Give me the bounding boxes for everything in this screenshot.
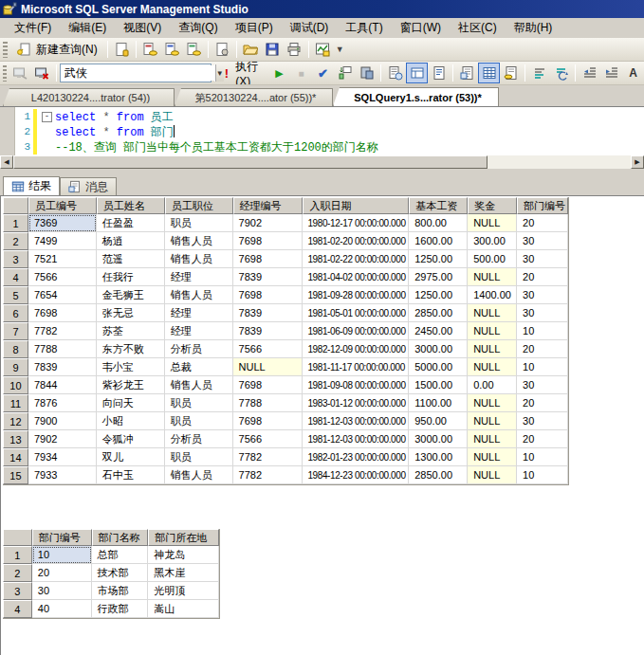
column-header[interactable]: 员工姓名 [97,197,165,214]
grid-cell[interactable]: 经理 [165,322,233,340]
row-header[interactable]: 1 [3,546,32,564]
grid-cell[interactable]: 30 [517,250,568,268]
print-icon[interactable] [284,39,305,60]
grid-cell[interactable]: 销售人员 [165,250,233,268]
grid-cell[interactable]: 1300.00 [409,448,468,466]
grid-cell[interactable]: 800.00 [409,214,468,232]
grid-cell[interactable]: 杨逍 [97,232,165,250]
grid-cell[interactable]: NULL [468,322,517,340]
grid-cell[interactable]: 7839 [233,304,304,322]
grid-cell[interactable]: 1600.00 [409,232,468,250]
menu-community[interactable]: 社区(C) [450,18,506,38]
grid-cell[interactable]: 7934 [28,448,97,466]
grid-cell[interactable]: 20 [517,340,568,358]
mdx-query-icon[interactable] [139,39,161,60]
column-header[interactable]: 部门编号 [517,197,568,214]
activity-monitor-icon[interactable] [312,39,334,60]
column-header[interactable]: 员工编号 [28,197,97,214]
row-header[interactable]: 4 [3,268,28,286]
grid-cell[interactable]: 1981-05-01 00:00:00.000 [303,304,409,322]
grid-cell[interactable]: 7788 [28,340,97,358]
grid-corner[interactable] [3,529,32,546]
parse-icon[interactable]: ✔ [312,63,334,83]
grid-cell[interactable]: 分析员 [165,430,233,448]
grid-cell[interactable]: 500.00 [468,250,517,268]
estimated-plan-icon[interactable] [384,63,406,83]
grid-cell[interactable]: 苏荃 [97,322,165,340]
grid-cell[interactable]: NULL [468,214,517,232]
grid-cell[interactable]: 1981-09-08 00:00:00.000 [303,376,409,394]
grid-cell[interactable]: 7499 [28,232,97,250]
tab-sqlquery1-active[interactable]: SQLQuery1.s...rator (53))* [333,87,499,106]
grid-cell[interactable]: 30 [32,582,92,600]
scrollbar-track[interactable] [488,155,631,169]
menu-debug[interactable]: 调试(D) [282,18,338,38]
grid-cell[interactable]: 1400.00 [468,286,517,304]
row-header[interactable]: 9 [3,358,28,376]
fold-collapse-icon[interactable]: - [42,112,52,122]
new-document-icon[interactable] [111,39,133,60]
pane-splitter[interactable] [0,169,644,175]
row-header[interactable]: 5 [3,286,28,304]
code-line[interactable]: 3 --18、查询 部门当中每个员工基本工资都大于1200的部门名称 [15,139,644,155]
grid-cell[interactable]: 1250.00 [409,286,468,304]
grid-cell[interactable]: NULL [468,268,517,286]
grid-cell[interactable]: 7698 [233,376,304,394]
grid-cell[interactable]: 范遥 [97,250,165,268]
grid-cell[interactable]: 0.00 [468,376,517,394]
execute-button[interactable]: ! 执行(X) [218,63,268,83]
grid-cell[interactable]: 7788 [233,394,304,412]
tab-query-54[interactable]: L420130224....trator (54)) [3,88,175,106]
column-header[interactable]: 部门编号 [32,529,92,546]
grid-cell[interactable]: 20 [517,430,568,448]
row-header[interactable]: 2 [3,232,28,250]
grid-cell[interactable]: 1982-01-23 00:00:00.000 [303,448,409,466]
grid-cell[interactable]: 7654 [28,286,97,304]
grid-cell[interactable]: 1981-06-09 00:00:00.000 [303,322,409,340]
grid-cell[interactable]: 300.00 [468,232,517,250]
row-header[interactable]: 3 [3,582,32,600]
grid-cell[interactable]: 7698 [233,412,304,430]
grid-cell[interactable]: 7566 [233,430,304,448]
grid-cell[interactable]: 7902 [233,214,304,232]
menu-window[interactable]: 窗口(W) [392,18,450,38]
grid-cell[interactable]: 职员 [165,214,233,232]
debug-play-icon[interactable]: ▶ [268,63,290,83]
uncomment-selection-icon[interactable] [550,63,572,83]
grid-cell[interactable]: 7698 [233,250,304,268]
grid-cell[interactable]: 40 [32,600,92,618]
grid-cell[interactable]: 30 [517,412,568,430]
grid-cell[interactable]: 1981-02-22 00:00:00.000 [303,250,409,268]
database-combobox[interactable]: ▼ [60,64,212,82]
row-header[interactable]: 1 [3,214,28,232]
scroll-left-icon[interactable]: ◀ [0,155,13,169]
grid-cell[interactable]: 韦小宝 [97,358,165,376]
grid-cell[interactable]: 嵩山 [148,600,219,618]
grid-cell[interactable]: NULL [468,358,517,376]
grid-cell[interactable]: 东方不败 [97,340,165,358]
grid-cell[interactable]: NULL [233,358,304,376]
grid-cell[interactable]: 总裁 [165,358,233,376]
analyze-query-icon[interactable] [334,63,356,83]
row-header[interactable]: 12 [3,412,28,430]
grid-cell[interactable]: 7876 [28,394,97,412]
grid-cell[interactable]: 销售人员 [165,286,233,304]
grid-cell[interactable]: 7782 [28,322,97,340]
tab-results[interactable]: 结果 [3,176,60,195]
dmx-query-icon[interactable] [161,39,183,60]
column-header[interactable]: 奖金 [468,197,517,214]
grid-cell[interactable]: 3000.00 [409,340,468,358]
grid-cell[interactable]: 神龙岛 [148,546,219,564]
query-options-icon[interactable] [406,63,428,83]
code-area[interactable]: 1 - select * from 员工 2 select * from 部门 … [15,109,644,155]
database-input[interactable] [61,65,215,81]
grid-cell[interactable]: 职员 [165,394,233,412]
grid-cell[interactable]: 经理 [165,304,233,322]
grid-cell[interactable]: 7839 [233,268,304,286]
grid-cell[interactable]: 2450.00 [409,322,468,340]
editor-h-scrollbar[interactable]: ◀ ▶ [0,155,644,169]
row-header[interactable]: 7 [3,322,28,340]
grid-cell[interactable]: 1983-01-12 00:00:00.000 [303,394,409,412]
grid-cell[interactable]: 张无忌 [97,304,165,322]
column-header[interactable]: 基本工资 [409,197,468,214]
